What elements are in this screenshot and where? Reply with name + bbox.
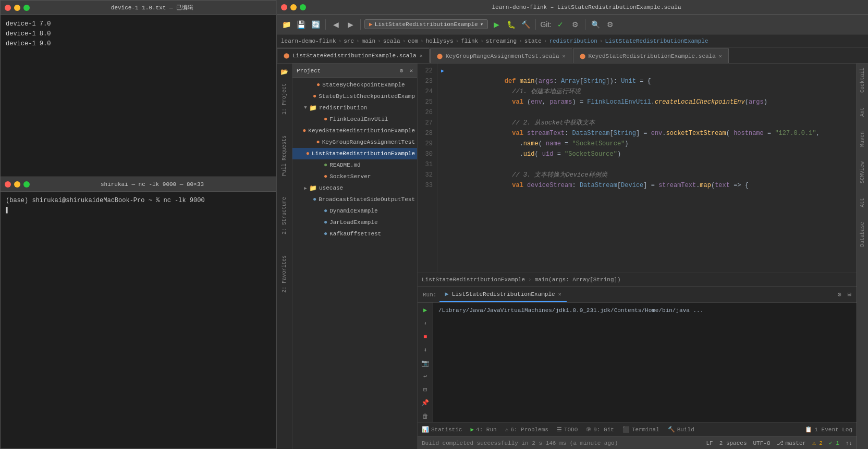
line-num-23[interactable]: 23 bbox=[418, 76, 433, 86]
minimize-btn-top[interactable] bbox=[14, 5, 20, 11]
maximize-btn-top[interactable] bbox=[23, 5, 30, 11]
toolbar-git-btn[interactable]: Git: bbox=[540, 18, 552, 31]
toolbar-forward-btn[interactable]: ▶ bbox=[344, 18, 357, 31]
tree-item-socketserver[interactable]: ● SocketServer bbox=[292, 171, 417, 182]
toolbar-back-btn[interactable]: ◀ bbox=[329, 18, 342, 31]
bottom-tab-eventlog[interactable]: 📋 1 Event Log bbox=[803, 426, 854, 433]
breadcrumb-file[interactable]: ListStateRedistributionExample bbox=[605, 38, 708, 44]
sidebar-project-icon[interactable]: 📂 bbox=[278, 66, 291, 78]
breadcrumb-main[interactable]: main bbox=[362, 38, 375, 44]
sidebar-right-ant[interactable]: Ant bbox=[859, 105, 866, 119]
ide-minimize-btn[interactable] bbox=[290, 4, 297, 10]
close-btn-bottom[interactable] bbox=[5, 181, 11, 188]
terminal-bottom-content[interactable]: (base) shirukai@shirukaideMacBook-Pro ~ … bbox=[1, 192, 276, 448]
gutter-run-22[interactable]: ▶ bbox=[437, 66, 448, 76]
breadcrumb-com[interactable]: com bbox=[408, 38, 418, 44]
tree-item-flinklocalenv[interactable]: ● FlinkLocalEnvUtil bbox=[292, 114, 417, 125]
tree-item-readme[interactable]: ● README.md bbox=[292, 159, 417, 171]
status-spaces[interactable]: 2 spaces bbox=[719, 440, 747, 446]
breadcrumb-flink[interactable]: flink bbox=[461, 38, 478, 44]
sidebar-structure-label[interactable]: 2: Structure bbox=[280, 193, 288, 239]
tree-item-kafkaoffset[interactable]: ● KafkaOffsetTest bbox=[292, 228, 417, 240]
ide-maximize-btn[interactable] bbox=[300, 4, 306, 10]
status-branch[interactable]: ⎇ master bbox=[777, 440, 806, 446]
sidebar-right-database[interactable]: Database bbox=[859, 220, 866, 249]
sidebar-right-att[interactable]: Att bbox=[859, 196, 866, 209]
tab-keyedstate[interactable]: ⬤ KeyedStateRedistributionExample.scala … bbox=[573, 48, 729, 63]
tab-keygrouprange[interactable]: ⬤ KeyGroupRangeAssignmentTest.scala ✕ bbox=[430, 48, 572, 63]
toolbar-search-btn[interactable]: 🔍 bbox=[589, 18, 602, 31]
line-num-33[interactable]: 33 bbox=[418, 180, 433, 191]
line-num-27[interactable]: 27 bbox=[418, 118, 433, 128]
bottom-tab-git[interactable]: ⑨ 9: Git bbox=[584, 426, 616, 433]
toolbar-file-btn[interactable]: 📁 bbox=[280, 18, 292, 31]
breadcrumb-scala[interactable]: scala bbox=[383, 38, 400, 44]
tree-item-broadcaststate[interactable]: ● BroadcastStateSideOutputTest bbox=[292, 194, 417, 205]
tree-item-statebycheckpoint[interactable]: ● StateByCheckpointExample bbox=[292, 79, 417, 91]
tree-item-keygrouprange[interactable]: ● KeyGroupRangeAssignmentTest bbox=[292, 136, 417, 148]
tree-item-usecase[interactable]: ▶ 📁 usecase bbox=[292, 182, 417, 194]
status-check[interactable]: ✓ 1 bbox=[829, 440, 839, 446]
run-camera-btn[interactable]: 📷 bbox=[420, 358, 431, 369]
run-trash-btn[interactable]: 🗑 bbox=[420, 411, 431, 422]
line-num-28[interactable]: 28 bbox=[418, 128, 433, 139]
tab-1-close[interactable]: ✕ bbox=[420, 53, 423, 59]
tab-3-close[interactable]: ✕ bbox=[719, 53, 722, 59]
toolbar-check-btn[interactable]: ✓ bbox=[554, 18, 567, 31]
run-tab-close[interactable]: ✕ bbox=[558, 291, 561, 297]
run-layout-icon[interactable]: ⊟ bbox=[845, 291, 854, 298]
line-num-26[interactable]: 26 bbox=[418, 107, 433, 118]
toolbar-build-btn[interactable]: 🔨 bbox=[519, 18, 532, 31]
bottom-tab-statistic[interactable]: 📊 Statistic bbox=[420, 426, 464, 433]
sidebar-project-label[interactable]: 1: Project bbox=[280, 79, 288, 119]
sidebar-right-scmview[interactable]: SCMView bbox=[859, 159, 866, 185]
tree-item-dynamic[interactable]: ● DynamicExample bbox=[292, 205, 417, 217]
sidebar-pullreq-label[interactable]: Pull Requests bbox=[280, 131, 288, 180]
maximize-btn-bottom[interactable] bbox=[23, 181, 30, 188]
breadcrumb-hollysys[interactable]: hollysys bbox=[426, 38, 454, 44]
project-tree[interactable]: ● StateByCheckpointExample ● StateByList… bbox=[292, 78, 417, 449]
line-num-32[interactable]: 32 bbox=[418, 170, 433, 180]
run-pin-btn[interactable]: 📌 bbox=[420, 397, 431, 408]
bottom-tab-terminal[interactable]: ⬛ Terminal bbox=[620, 426, 662, 433]
bottom-tab-problems[interactable]: ⚠ 6: Problems bbox=[503, 426, 551, 433]
project-close-icon[interactable]: ✕ bbox=[409, 67, 413, 74]
run-play-btn[interactable]: ▶ bbox=[420, 305, 431, 316]
project-settings-icon[interactable]: ⚙ bbox=[400, 67, 404, 74]
toolbar-save-btn[interactable]: 💾 bbox=[295, 18, 307, 31]
status-encoding[interactable]: UTF-8 bbox=[753, 440, 771, 446]
tree-item-statebylist[interactable]: ● StateByListCheckpointedExamp bbox=[292, 91, 417, 102]
sidebar-right-cocktail[interactable]: Cocktail bbox=[859, 66, 866, 95]
minimize-btn-bottom[interactable] bbox=[14, 181, 20, 188]
run-filter-btn[interactable]: ⊟ bbox=[420, 384, 431, 395]
status-warnings[interactable]: ⚠ 2 bbox=[812, 440, 823, 446]
toolbar-run-btn[interactable]: ▶ bbox=[490, 18, 503, 31]
code-editor[interactable]: 22 23 24 25 26 27 28 29 30 31 32 33 ▶ bbox=[418, 64, 857, 449]
breadcrumb-redistribution[interactable]: redistribution bbox=[549, 38, 597, 44]
run-scroll-btn[interactable]: ⬇ bbox=[420, 318, 431, 329]
bottom-tab-todo[interactable]: ☰ TODO bbox=[555, 426, 580, 433]
sidebar-favorites-label[interactable]: 2: Favorites bbox=[280, 251, 288, 297]
run-config-dropdown[interactable]: ▶ ListStateRedistributionExample ▾ bbox=[364, 19, 488, 29]
line-num-30[interactable]: 30 bbox=[418, 149, 433, 159]
breadcrumb-src[interactable]: src bbox=[344, 38, 354, 44]
breadcrumb-streaming[interactable]: streaming bbox=[486, 38, 517, 44]
code-area[interactable]: def main(args: Array[String]): Unit = { … bbox=[448, 64, 857, 272]
status-arrows[interactable]: ↑↓ bbox=[846, 440, 852, 446]
breadcrumb-root[interactable]: learn-demo-flink bbox=[281, 38, 336, 44]
tree-item-redistribution[interactable]: ▼ 📁 redistribution bbox=[292, 102, 417, 114]
run-settings-icon[interactable]: ⚙ bbox=[835, 291, 845, 298]
tree-item-jarload[interactable]: ● JarLoadExample bbox=[292, 217, 417, 228]
toolbar-settings-btn[interactable]: ⚙ bbox=[604, 18, 616, 31]
toolbar-debug-btn[interactable]: 🐛 bbox=[505, 18, 517, 31]
tree-item-liststate[interactable]: ● ListStateRedistributionExample bbox=[292, 148, 417, 159]
line-num-29[interactable]: 29 bbox=[418, 139, 433, 149]
line-num-31[interactable]: 31 bbox=[418, 159, 433, 170]
bottom-tab-build[interactable]: 🔨 Build bbox=[666, 426, 696, 433]
line-num-24[interactable]: 24 bbox=[418, 86, 433, 97]
tree-item-keyedstate[interactable]: ● KeyedStateRedistributionExample bbox=[292, 125, 417, 136]
line-num-25[interactable]: 25 bbox=[418, 97, 433, 107]
status-lf[interactable]: LF bbox=[706, 440, 713, 446]
toolbar-vcs-btn[interactable]: ⚙ bbox=[569, 18, 581, 31]
close-btn-top[interactable] bbox=[5, 5, 11, 11]
